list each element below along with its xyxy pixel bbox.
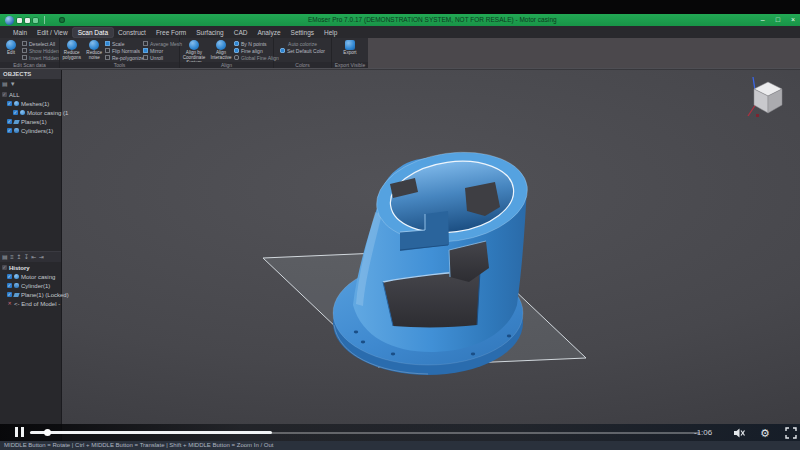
app-logo-icon[interactable] — [5, 16, 14, 25]
average-mesh-button[interactable]: Average Mesh — [143, 40, 179, 47]
tree-item-planes[interactable]: ✓ Planes(1) — [0, 117, 61, 126]
pause-button[interactable] — [15, 427, 24, 437]
checkbox-icon[interactable]: ✓ — [2, 265, 7, 270]
titlebar-separator — [44, 16, 45, 24]
tab-scan-data[interactable]: Scan Data — [73, 28, 113, 37]
edit-icon — [6, 40, 16, 50]
checkbox-icon[interactable]: ✓ — [7, 128, 12, 133]
window-title: EMoser Pro 7.0.17 (DEMONSTRATION SYSTEM,… — [308, 15, 557, 25]
mesh-icon — [20, 110, 25, 115]
viewport-3d[interactable] — [57, 70, 800, 441]
invert-hidden-button[interactable]: Invert Hidden — [22, 54, 58, 61]
scale-button[interactable]: Scale — [105, 40, 143, 47]
unroll-button[interactable]: Unroll — [143, 54, 179, 61]
align-interactive-button[interactable]: Align Interactive — [208, 38, 234, 61]
repolygonize-button[interactable]: Re-polygonize — [105, 54, 143, 61]
tree-item-motor-casing[interactable]: ✓ Motor casing (1 — [0, 108, 61, 117]
seek-knob[interactable] — [44, 429, 51, 436]
show-hidden-button[interactable]: Show Hidden — [22, 47, 58, 54]
invert-hidden-icon — [22, 55, 27, 60]
top-black-strip — [0, 0, 800, 14]
checkbox-icon[interactable]: ✓ — [2, 92, 7, 97]
tree-item-history-motor-casing[interactable]: ✓ Motor casing — [0, 272, 61, 281]
quick-access-icon[interactable] — [33, 18, 38, 23]
export-button[interactable]: Export — [335, 38, 365, 56]
export-icon — [345, 40, 355, 50]
ribbon-groups: Edit Deselect All Show Hidden Invert Hid… — [0, 38, 368, 68]
mesh-icon — [14, 274, 19, 279]
tab-edit-view[interactable]: Edit / View — [32, 28, 73, 37]
ribbon: Edit Deselect All Show Hidden Invert Hid… — [0, 38, 800, 68]
tab-settings[interactable]: Settings — [286, 28, 320, 37]
quick-access-icon[interactable] — [17, 18, 22, 23]
history-list-icon[interactable]: ▤ — [2, 254, 8, 261]
tree-item-history-plane[interactable]: ✓ Plane(1) (Locked) — [0, 290, 61, 299]
checkbox-icon[interactable]: ✓ — [7, 292, 12, 297]
tab-construct[interactable]: Construct — [113, 28, 151, 37]
tab-analyze[interactable]: Analyze — [252, 28, 285, 37]
view-cube[interactable] — [744, 73, 792, 121]
tab-cad[interactable]: CAD — [229, 28, 253, 37]
flip-normals-icon — [105, 48, 110, 53]
settings-gear-icon[interactable]: ⚙ — [758, 426, 772, 440]
fine-align-icon — [234, 48, 239, 53]
video-player-bar: -1:06 ⚙ — [0, 424, 800, 441]
objects-dropdown-icon[interactable]: ▼ — [10, 81, 16, 88]
checkbox-icon[interactable]: ✓ — [7, 274, 12, 279]
tab-free-form[interactable]: Free Form — [151, 28, 191, 37]
history-last-icon[interactable]: ⇥ — [39, 254, 44, 261]
tree-item-cylinders[interactable]: ✓ Cylinders(1) — [0, 126, 61, 135]
fullscreen-icon[interactable] — [784, 426, 798, 440]
history-tree: ✓ History ✓ Motor casing ✓ Cylinder(1) ✓… — [0, 262, 61, 308]
mirror-button[interactable]: Mirror — [143, 47, 179, 54]
time-remaining: -1:06 — [694, 428, 712, 437]
history-first-icon[interactable]: ⇤ — [31, 254, 36, 261]
tree-item-history-cylinder[interactable]: ✓ Cylinder(1) — [0, 281, 61, 290]
repolygonize-icon — [105, 55, 110, 60]
history-up-icon[interactable]: ↥ — [16, 254, 21, 261]
global-fine-align-radio[interactable]: Global Fine Align — [234, 54, 272, 61]
by-n-points-icon — [234, 41, 239, 46]
reduce-polygons-button[interactable]: Reduce polygons — [60, 38, 83, 61]
set-default-color-radio[interactable]: Set Default Color — [280, 47, 325, 54]
auto-colorize-button[interactable]: Auto colorize — [288, 40, 317, 47]
deselect-all-button[interactable]: Deselect All — [22, 40, 58, 47]
objects-filter-icon[interactable]: ▤ — [2, 81, 8, 88]
tree-item-meshes[interactable]: ✓ Meshes(1) — [0, 99, 61, 108]
tab-surfacing[interactable]: Surfacing — [191, 28, 228, 37]
average-mesh-icon — [143, 41, 148, 46]
unroll-icon — [143, 55, 148, 60]
flip-normals-button[interactable]: Flip Normals — [105, 47, 143, 54]
show-hidden-icon — [22, 48, 27, 53]
checkbox-icon[interactable]: ✓ — [7, 283, 12, 288]
deselect-all-icon — [22, 41, 27, 46]
maximize-button[interactable]: □ — [776, 14, 780, 26]
tab-help[interactable]: Help — [319, 28, 342, 37]
reduce-noise-button[interactable]: Reduce noise — [83, 38, 105, 61]
checkbox-icon[interactable]: ✓ — [7, 101, 12, 106]
history-down-icon[interactable]: ↧ — [24, 254, 29, 261]
mouse-hint: MIDDLE Button = Rotate | Ctrl + MIDDLE B… — [4, 442, 273, 448]
cylinder-icon — [14, 128, 19, 133]
tree-item-end-of-model[interactable]: ✕ <- End of Model - — [0, 299, 61, 308]
tab-main[interactable]: Main — [8, 28, 32, 37]
group-colors: Auto colorize Set Default Color Colors — [274, 38, 332, 68]
checkbox-icon[interactable]: ✓ — [7, 119, 12, 124]
checkbox-icon[interactable]: ✓ — [13, 110, 18, 115]
plane-icon — [13, 293, 19, 297]
history-tree-icon[interactable]: ≡ — [10, 254, 14, 261]
left-panel: OBJECTS ▤ ▼ ✓ ALL ✓ Meshes(1) ✓ Motor ca… — [0, 70, 62, 441]
minimize-button[interactable]: – — [761, 14, 765, 26]
mute-icon[interactable] — [732, 426, 746, 440]
fine-align-radio[interactable]: Fine align — [234, 47, 272, 54]
global-fine-align-icon — [234, 55, 239, 60]
tree-item-all[interactable]: ✓ ALL — [0, 90, 61, 99]
quick-access-icon[interactable] — [25, 18, 30, 23]
window-controls: – □ × — [761, 14, 795, 26]
align-by-coordinate-system-icon — [189, 40, 199, 50]
close-button[interactable]: × — [791, 14, 795, 26]
by-n-points-radio[interactable]: By N points — [234, 40, 272, 47]
tree-item-history[interactable]: ✓ History — [0, 263, 61, 272]
edit-button[interactable]: Edit — [0, 38, 22, 56]
menubar: Main Edit / View Scan Data Construct Fre… — [0, 26, 800, 38]
